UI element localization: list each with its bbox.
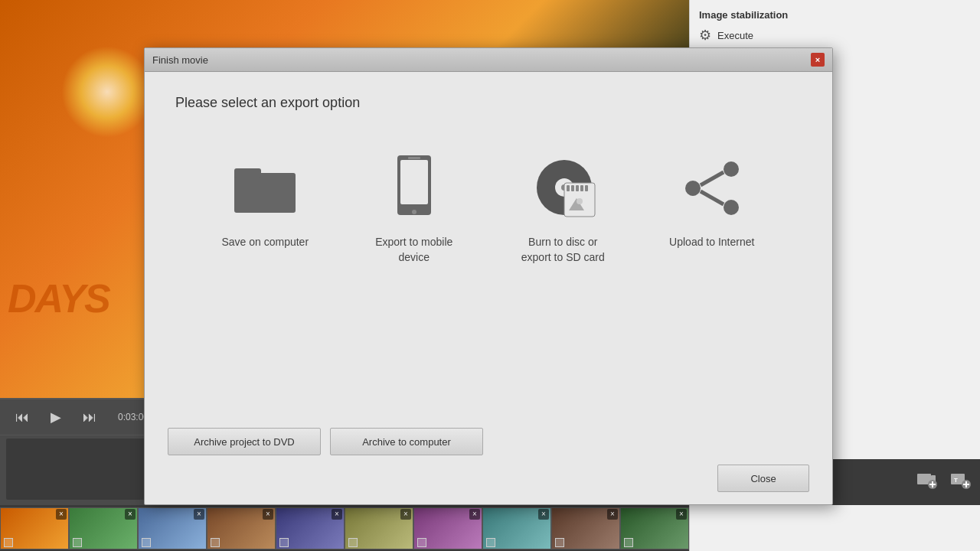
save-on-computer-option[interactable]: Save on computer: [204, 142, 326, 262]
dialog-titlebar: Finish movie ×: [145, 48, 832, 72]
filmstrip-close-10[interactable]: ×: [676, 509, 687, 520]
filmstrip-checkbox-6[interactable]: [348, 538, 358, 547]
filmstrip-item[interactable]: ×: [551, 507, 620, 549]
save-computer-label: Save on computer: [221, 235, 309, 250]
filmstrip-close-1[interactable]: ×: [56, 509, 67, 520]
filmstrip-close-3[interactable]: ×: [194, 509, 204, 520]
filmstrip-item[interactable]: ×: [482, 507, 551, 549]
disc-icon: [524, 154, 601, 223]
svg-rect-11: [234, 168, 261, 178]
export-mobile-option[interactable]: Export to mobile device: [353, 142, 475, 277]
svg-rect-21: [571, 185, 574, 191]
svg-point-27: [724, 161, 739, 177]
svg-point-14: [412, 210, 416, 214]
rewind-button[interactable]: ⏮: [9, 406, 35, 429]
filmstrip-checkbox-4[interactable]: [211, 538, 220, 547]
export-mobile-label: Export to mobile device: [365, 235, 463, 265]
preview-overlay-text: DAYS: [8, 276, 109, 321]
archive-computer-button[interactable]: Archive to computer: [330, 428, 483, 455]
dialog-heading: Please select an export option: [175, 95, 802, 111]
execute-item[interactable]: ⚙ Execute: [699, 27, 971, 44]
finish-movie-dialog: Finish movie × Please select an export o…: [144, 47, 833, 505]
burn-disc-option[interactable]: Burn to disc or export to SD card: [501, 142, 624, 277]
svg-point-26: [577, 198, 583, 204]
archive-dvd-button[interactable]: Archive project to DVD: [168, 428, 321, 455]
filmstrip-close-6[interactable]: ×: [400, 509, 411, 520]
filmstrip-checkbox-9[interactable]: [555, 538, 564, 547]
filmstrip-checkbox-1[interactable]: [4, 538, 13, 547]
filmstrip-close-2[interactable]: ×: [125, 509, 136, 520]
filmstrip-checkbox-5[interactable]: [279, 538, 289, 547]
svg-rect-22: [576, 185, 579, 191]
add-text-button[interactable]: T: [949, 469, 971, 495]
filmstrip-checkbox-3[interactable]: [142, 538, 151, 547]
close-btn-row: Close: [168, 465, 809, 492]
filmstrip-checkbox-2[interactable]: [73, 538, 82, 547]
svg-point-28: [724, 200, 739, 215]
folder-icon: [227, 154, 303, 223]
filmstrip-checkbox-10[interactable]: [624, 538, 633, 547]
share-icon: [674, 154, 750, 223]
svg-rect-13: [400, 160, 428, 204]
svg-line-30: [701, 172, 724, 185]
svg-text:T: T: [954, 477, 958, 484]
filmstrip-close-8[interactable]: ×: [538, 509, 549, 520]
upload-internet-option[interactable]: Upload to Internet: [651, 142, 773, 262]
filmstrip-checkbox-7[interactable]: [417, 538, 426, 547]
svg-rect-20: [567, 185, 570, 191]
archive-buttons: Archive project to DVD Archive to comput…: [168, 428, 809, 455]
filmstrip-item[interactable]: ×: [345, 507, 413, 549]
close-dialog-button[interactable]: Close: [717, 465, 809, 492]
upload-internet-label: Upload to Internet: [669, 235, 754, 250]
filmstrip-item[interactable]: ×: [276, 507, 345, 549]
svg-rect-15: [408, 157, 420, 159]
fast-forward-button[interactable]: ⏭: [77, 406, 103, 429]
image-stabilization-label: Image stabilization: [699, 9, 971, 21]
filmstrip-item[interactable]: ×: [207, 507, 276, 549]
execute-label: Execute: [717, 30, 753, 41]
sun-decoration: [61, 46, 153, 138]
dialog-title: Finish movie: [152, 54, 208, 66]
svg-rect-23: [580, 185, 583, 191]
dialog-close-button[interactable]: ×: [811, 53, 825, 67]
dialog-footer: Archive project to DVD Archive to comput…: [145, 416, 832, 504]
filmstrip-item[interactable]: ×: [69, 507, 138, 549]
filmstrip-close-5[interactable]: ×: [332, 509, 342, 520]
filmstrip-item[interactable]: ×: [138, 507, 207, 549]
filmstrip-close-4[interactable]: ×: [263, 509, 273, 520]
add-clip-button[interactable]: [916, 469, 937, 495]
burn-disc-label: Burn to disc or export to SD card: [514, 235, 612, 265]
svg-rect-10: [234, 173, 296, 213]
svg-line-31: [701, 191, 724, 204]
image-stabilization-section: Image stabilization ⚙ Execute: [699, 9, 971, 44]
filmstrip-checkbox-8[interactable]: [486, 538, 495, 547]
mobile-icon: [376, 154, 452, 223]
filmstrip-close-7[interactable]: ×: [469, 509, 480, 520]
execute-icon: ⚙: [699, 27, 711, 44]
svg-point-29: [685, 181, 701, 196]
export-options: Save on computer Export to mobile device: [175, 142, 802, 393]
dialog-body: Please select an export option Save on c…: [145, 72, 832, 416]
svg-rect-24: [585, 185, 588, 191]
filmstrip: × × × × × × × × × ×: [0, 505, 689, 551]
filmstrip-item[interactable]: ×: [620, 507, 689, 549]
filmstrip-item[interactable]: ×: [413, 507, 482, 549]
filmstrip-item[interactable]: ×: [0, 507, 69, 549]
filmstrip-close-9[interactable]: ×: [607, 509, 618, 520]
play-button[interactable]: ▶: [44, 406, 67, 429]
